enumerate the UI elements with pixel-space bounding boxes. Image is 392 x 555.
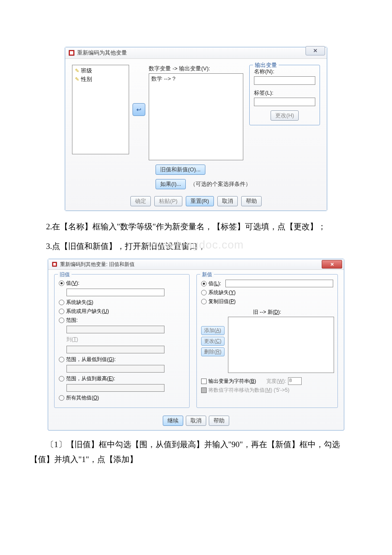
change-button[interactable]: 更改(H)	[271, 110, 299, 121]
old-legend: 旧值	[58, 271, 72, 278]
reset-button[interactable]: 重置(R)	[186, 196, 214, 206]
help-button[interactable]: 帮助	[209, 416, 229, 426]
range-high-input[interactable]	[66, 384, 164, 392]
name-field[interactable]	[254, 76, 315, 85]
close-button[interactable]: ✕	[306, 46, 325, 55]
radio-copy-label: 复制旧值(P)	[208, 298, 236, 305]
arrow-icon: ↩	[136, 106, 141, 113]
width-label: 宽度(W):	[266, 378, 286, 385]
mapping-list[interactable]: 数学 --> ?	[149, 73, 243, 160]
radio-new-value-label: 值(L):	[208, 280, 221, 287]
instruction-paragraph-sub1: 〔1〕【旧值】框中勾选【围，从值到最高】并输入"90"，再在【新值】框中，勾选【…	[30, 437, 362, 466]
list-item-label: 班级	[81, 67, 92, 75]
radio-range-high[interactable]	[59, 376, 64, 382]
string-output-checkbox[interactable]	[201, 379, 207, 384]
mapping-entry: 数学 --> ?	[151, 75, 176, 82]
radio-range[interactable]	[59, 318, 64, 323]
radio-copy[interactable]	[201, 299, 207, 304]
cancel-button[interactable]: 取消	[217, 196, 238, 206]
old-new-values-button[interactable]: 旧值和新值(O)...	[156, 165, 205, 175]
close-icon: ✕	[330, 262, 334, 267]
if-button[interactable]: 如果(I)...	[156, 179, 186, 189]
output-variable-group: 输出变量 名称(N): 标签(L): 更改(H)	[249, 65, 320, 125]
svg-rect-3	[53, 263, 56, 266]
move-arrow-button[interactable]: ↩	[133, 103, 145, 116]
label-field[interactable]	[254, 98, 315, 106]
range-to-label: 到(T)	[66, 336, 185, 343]
paste-button[interactable]: 粘贴(P)	[154, 196, 182, 206]
convert-checkbox[interactable]	[201, 387, 207, 393]
change-mapping-button[interactable]: 更改(C)	[201, 337, 225, 346]
app-icon	[69, 50, 75, 56]
list-item[interactable]: ✎ 班级	[75, 67, 126, 75]
old-new-values-dialog: 重新编码到其他变量: 旧值和新值 ✕ 旧值 值(V): 系统缺失(S)	[48, 259, 344, 431]
old-value-group: 旧值 值(V): 系统缺失(S) 系统或用户缺失(U) 范围:	[54, 274, 190, 408]
pencil-icon: ✎	[75, 76, 79, 82]
radio-new-sysmis-label: 系统缺失(Y)	[208, 289, 236, 296]
pencil-icon: ✎	[75, 68, 79, 74]
width-field[interactable]: 8	[288, 377, 302, 385]
continue-button[interactable]: 继续	[163, 416, 183, 426]
dialog2-titlebar: 重新编码到其他变量: 旧值和新值 ✕	[48, 259, 344, 270]
cancel-button[interactable]: 取消	[186, 416, 206, 426]
app-icon	[52, 261, 58, 267]
radio-sysmis[interactable]	[59, 300, 64, 305]
radio-sysuser[interactable]	[59, 309, 64, 314]
new-value-input[interactable]	[225, 280, 333, 287]
dialog1-titlebar: 重新编码为其他变量 ✕	[65, 47, 327, 59]
radio-sysmis-label: 系统缺失(S)	[66, 299, 93, 306]
value-input[interactable]	[66, 289, 164, 296]
list-item[interactable]: ✎ 性别	[75, 75, 126, 83]
radio-sysuser-label: 系统或用户缺失(U)	[66, 308, 109, 315]
list-item-label: 性别	[81, 75, 92, 83]
convert-label: 将数值字符串移动为数值(M) ('5'->5)	[208, 387, 289, 394]
add-button[interactable]: 添加(A)	[201, 326, 225, 335]
close-icon: ✕	[313, 48, 317, 54]
radio-all-other[interactable]	[59, 395, 64, 401]
new-legend: 新值	[200, 271, 214, 278]
instruction-paragraph-3: 3.点【旧值和新值】，打开新旧值设置窗口，	[30, 239, 362, 254]
radio-value-label: 值(V):	[66, 280, 79, 287]
range-to-input[interactable]	[66, 346, 164, 353]
source-variable-list[interactable]: ✎ 班级 ✎ 性别	[72, 65, 129, 154]
radio-range-high-label: 范围，从值到最高(E):	[66, 375, 115, 382]
if-description: （可选的个案选择条件）	[190, 180, 251, 188]
radio-new-sysmis[interactable]	[201, 290, 207, 295]
range-low-input[interactable]	[66, 365, 164, 373]
radio-range-low-label: 范围，从最低到值(G):	[66, 356, 116, 363]
help-button[interactable]: 帮助	[241, 196, 262, 206]
radio-all-other-label: 所有其他值(O)	[66, 394, 99, 402]
label-label: 标签(L):	[254, 89, 315, 97]
mapping-list-box[interactable]	[228, 317, 334, 373]
dialog2-title: 重新编码到其他变量: 旧值和新值	[60, 261, 322, 268]
remove-button[interactable]: 删除(R)	[201, 347, 225, 356]
recode-dialog: 重新编码为其他变量 ✕ ✎ 班级 ✎ 性别	[65, 47, 327, 211]
mapping-label: 数字变量 -> 输出变量(V):	[149, 65, 243, 72]
close-button[interactable]: ✕	[322, 260, 342, 269]
radio-range-label: 范围:	[66, 317, 78, 324]
dialog1-body: ✎ 班级 ✎ 性别 ↩ 数字变量 -> 输出变量(V):	[65, 59, 327, 211]
radio-new-value[interactable]	[201, 281, 207, 286]
old-new-list-label: 旧 --> 新(D):	[201, 309, 333, 316]
output-legend: 输出变量	[253, 61, 279, 69]
radio-value[interactable]	[59, 280, 64, 286]
svg-rect-1	[70, 51, 73, 55]
range-from-input[interactable]	[66, 326, 164, 333]
dialog1-title: 重新编码为其他变量	[77, 49, 306, 57]
new-value-group: 新值 值(L): 系统缺失(Y) 复制旧值(P) 旧 --> 新(D):	[196, 274, 338, 408]
radio-range-low[interactable]	[59, 357, 64, 362]
instruction-paragraph-2: 2.在【名称】框输入"数学等级"作为新变量名，【标签】可选填，点【更改】；	[30, 220, 362, 234]
ok-button[interactable]: 确定	[130, 196, 151, 206]
string-output-label: 输出变量为字符串(B)	[208, 378, 256, 385]
